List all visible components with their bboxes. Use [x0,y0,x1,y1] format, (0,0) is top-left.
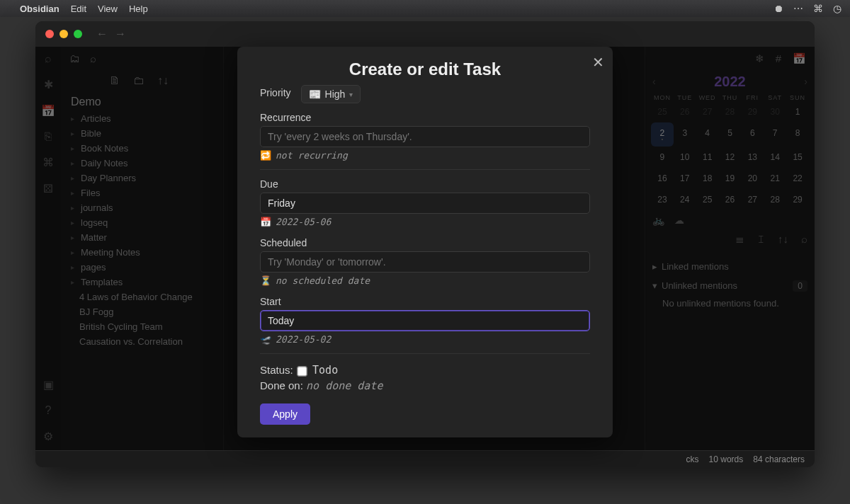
screen-record-icon[interactable]: ⏺ [774,3,783,14]
control-center-icon[interactable]: ⌘ [813,3,823,14]
priority-label: Priority [260,87,291,98]
macos-menubar: Obsidian Edit View Help ⏺ ⋯ ⌘ ◷ [0,0,850,17]
priority-value: High [325,88,346,100]
due-input[interactable] [260,193,590,214]
divider [260,353,590,354]
recurrence-hint-text: not recurring [276,150,348,161]
modal-title: Create or edit Task [237,47,613,85]
menu-extra-icon[interactable]: ⋯ [793,3,803,14]
recurrence-hint-icon: 🔁 [260,150,271,161]
recurrence-input[interactable] [260,126,590,147]
due-hint-text: 2022-05-06 [276,217,331,227]
done-on-value: no done date [306,379,382,392]
create-edit-task-modal: ✕ Create or edit Task Priority 📰 High ▾ [237,47,613,437]
menubar-item-help[interactable]: Help [129,4,148,14]
done-on-label: Done on: [260,379,303,391]
modal-close-button[interactable]: ✕ [592,54,604,71]
obsidian-window: ← → ⌕ ✱ 📅 ⎘ ⌘ ⚄ ▣ ? ⚙ [35,21,815,467]
due-hint-icon: 📅 [260,217,271,227]
apply-button[interactable]: Apply [260,403,310,425]
start-hint-icon: 🛫 [260,334,271,345]
scheduled-label: Scheduled [260,237,590,248]
scheduled-hint-text: no scheduled date [276,275,370,286]
status-value: Todo [312,364,338,377]
priority-select[interactable]: 📰 High ▾ [301,85,361,103]
chevron-down-icon: ▾ [349,91,353,98]
status-backlinks: cks [686,454,699,464]
nav-forward-icon[interactable]: → [115,28,126,40]
recurrence-label: Recurrence [260,112,590,123]
divider [260,169,590,170]
start-label: Start [260,296,590,307]
due-label: Due [260,178,590,190]
start-input[interactable] [260,310,590,331]
window-titlebar: ← → [35,21,815,47]
status-bar: cks 10 words 84 characters [35,450,815,467]
menubar-item-view[interactable]: View [98,4,118,14]
scheduled-hint-icon: ⏳ [260,275,271,286]
status-label: Status: [260,364,293,376]
status-words: 10 words [709,454,744,464]
status-chars: 84 characters [753,454,805,464]
window-minimize-button[interactable] [60,30,68,38]
clock-icon[interactable]: ◷ [833,3,842,14]
scheduled-input[interactable] [260,251,590,273]
start-hint-text: 2022-05-02 [276,334,331,345]
status-checkbox[interactable] [297,366,307,376]
window-maximize-button[interactable] [74,30,82,38]
menubar-item-edit[interactable]: Edit [71,4,86,14]
window-close-button[interactable] [45,30,54,38]
nav-back-icon[interactable]: ← [96,28,108,40]
menubar-app-name[interactable]: Obsidian [20,4,60,14]
priority-emoji-icon: 📰 [309,88,321,100]
